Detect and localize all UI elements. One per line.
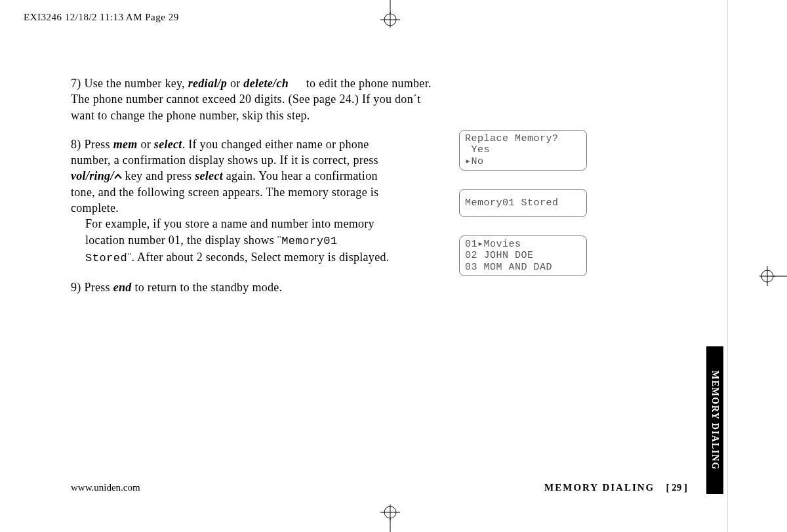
- step-number: 9): [71, 281, 81, 294]
- text: ¨. After about 2 seconds, Select memory …: [127, 251, 389, 264]
- side-tab: MEMORY DIALING: [706, 346, 723, 494]
- page-footer: www.uniden.com MEMORY DIALING [ 29 ]: [71, 482, 687, 493]
- key-vol-ring-up: vol/ring/: [71, 169, 122, 182]
- text: Press: [84, 138, 113, 151]
- text: key and press: [122, 169, 195, 182]
- key-redial-p: redial/p: [188, 77, 227, 90]
- text: or: [138, 138, 154, 151]
- text: [289, 77, 303, 90]
- text: or: [227, 77, 243, 90]
- text: Press: [84, 281, 113, 294]
- text: For example, if you store a name and num…: [71, 216, 392, 266]
- lcd-replace-memory: Replace Memory? Yes ▸No: [459, 130, 587, 171]
- lcd-memory-stored: Memory01 Stored: [459, 189, 587, 217]
- step-7: 7) Use the number key, redial/p or delet…: [71, 75, 438, 123]
- page-edge-rule: [727, 0, 728, 532]
- key-end: end: [113, 281, 132, 294]
- key-mem: mem: [113, 138, 138, 151]
- step-number: 7): [71, 77, 81, 90]
- step-9: 9) Press end to return to the standby mo…: [71, 279, 438, 295]
- footer-section: MEMORY DIALING [ 29 ]: [544, 482, 687, 493]
- side-tab-label: MEMORY DIALING: [710, 371, 720, 470]
- print-header: EXI3246 12/18/2 11:13 AM Page 29: [24, 12, 179, 23]
- page-number: [ 29 ]: [666, 482, 688, 493]
- lcd-illustrations: Replace Memory? Yes ▸No Memory01 Stored …: [459, 130, 587, 276]
- body-text: 7) Use the number key, redial/p or delet…: [71, 75, 438, 308]
- key-delete-ch: delete/ch: [243, 77, 289, 90]
- section-label: MEMORY DIALING: [544, 482, 655, 493]
- lcd-memory-list: 01▸Movies 02 JOHN DOE 03 MOM AND DAD: [459, 235, 587, 276]
- text: Use the number key,: [84, 77, 188, 90]
- step-8: 8) Press mem or select. If you changed e…: [71, 136, 392, 266]
- text: to return to the standby mode.: [132, 281, 283, 294]
- caret-up-icon: [114, 173, 122, 180]
- crop-mark-right-icon: [757, 260, 787, 293]
- step-number: 8): [71, 138, 81, 151]
- key-select: select: [195, 169, 223, 182]
- crop-mark-top-icon: [374, 0, 407, 30]
- footer-url: www.uniden.com: [71, 482, 140, 493]
- key-select: select: [154, 138, 182, 151]
- crop-mark-bottom-icon: [374, 502, 407, 532]
